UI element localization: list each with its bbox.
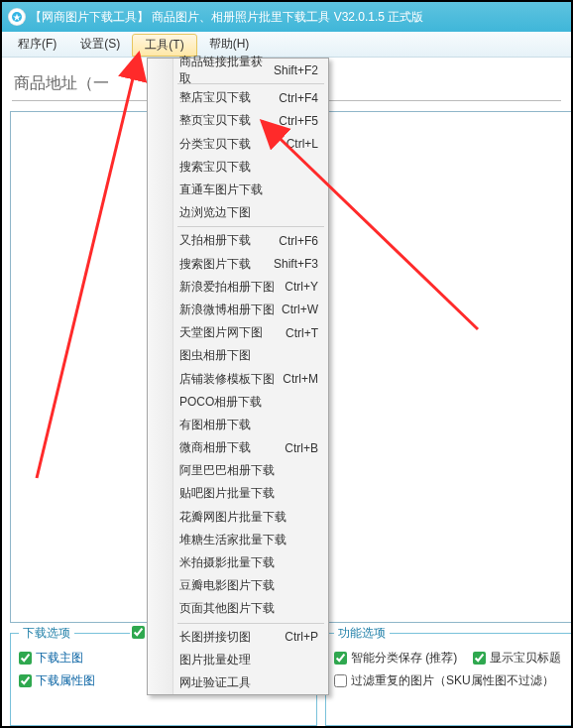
dropdown-item-shortcut: Shift+F3 xyxy=(274,257,318,271)
dropdown-item-label: 商品链接批量获取 xyxy=(179,54,274,87)
chk-filter-dup-box[interactable] xyxy=(334,674,347,687)
dropdown-item-label: 花瓣网图片批量下载 xyxy=(179,509,286,526)
chk-show-title-box[interactable] xyxy=(473,652,486,665)
dropdown-item-label: 阿里巴巴相册下载 xyxy=(179,462,275,479)
dropdown-item-label: 长图拼接切图 xyxy=(179,629,251,646)
func-legend: 功能选项 xyxy=(334,625,390,642)
dropdown-item[interactable]: 新浪微博相册下图Ctrl+W xyxy=(148,299,328,321)
dropdown-item[interactable]: 长图拼接切图Ctrl+P xyxy=(148,626,328,649)
dropdown-item[interactable]: 整店宝贝下载Ctrl+F4 xyxy=(148,86,328,109)
dropdown-item[interactable]: 搜索图片下载Shift+F3 xyxy=(148,253,328,276)
dropdown-item-shortcut: Shift+F2 xyxy=(274,63,318,77)
dropdown-item-label: 边浏览边下图 xyxy=(179,204,251,221)
dropdown-item[interactable]: 新浪爱拍相册下图Ctrl+Y xyxy=(148,276,328,299)
chk-download-attr[interactable]: 下载属性图 xyxy=(19,672,95,689)
chk-show-title[interactable]: 显示宝贝标题 xyxy=(473,650,561,667)
dropdown-item[interactable]: 米拍摄影批量下载 xyxy=(148,551,328,574)
titlebar-text: 【网商图片下载工具】 商品图片、相册照片批里下载工具 V32.0.1.5 正式版 xyxy=(30,2,423,32)
dropdown-item[interactable]: 边浏览边下图 xyxy=(148,201,328,224)
dropdown-item-label: 网址验证工具 xyxy=(179,674,251,691)
dropdown-item[interactable]: 又拍相册下载Ctrl+F6 xyxy=(148,229,328,252)
dropdown-item-shortcut: Ctrl+P xyxy=(285,630,318,644)
dropdown-item[interactable]: 花瓣网图片批量下载 xyxy=(148,506,328,529)
dropdown-item-label: 米拍摄影批量下载 xyxy=(179,554,275,571)
dropdown-item[interactable]: 图虫相册下图 xyxy=(148,344,328,367)
chk-download-main-box[interactable] xyxy=(19,652,32,665)
dropdown-item[interactable]: 微商相册下载Ctrl+B xyxy=(148,436,328,459)
dropdown-item-label: POCO相册下载 xyxy=(179,394,262,411)
dropdown-item-label: 新浪微博相册下图 xyxy=(179,302,275,318)
dropdown-item-shortcut: Ctrl+F4 xyxy=(279,91,318,105)
dropdown-item-label: 又拍相册下载 xyxy=(179,232,251,249)
dropdown-item[interactable]: 店铺装修模板下图Ctrl+M xyxy=(148,367,328,390)
tools-dropdown: 商品链接批量获取Shift+F2整店宝贝下载Ctrl+F4整页宝贝下载Ctrl+… xyxy=(147,58,329,695)
chk-download-attr-box[interactable] xyxy=(19,674,32,687)
dropdown-item[interactable]: POCO相册下载 xyxy=(148,391,328,414)
menubar: 程序(F) 设置(S) 工具(T) 帮助(H) xyxy=(2,32,571,58)
dropdown-item-label: 新浪爱拍相册下图 xyxy=(179,279,275,296)
chk-download-main[interactable]: 下载主图 xyxy=(19,650,83,667)
dropdown-item-label: 整页宝贝下载 xyxy=(179,112,251,129)
titlebar: 【网商图片下载工具】 商品图片、相册照片批里下载工具 V32.0.1.5 正式版 xyxy=(2,2,571,32)
chk-filter-dup[interactable]: 过滤重复的图片（SKU属性图不过滤） xyxy=(334,672,554,689)
function-options-panel: 功能选项 智能分类保存 (推荐) 显示宝贝标题 过滤重复的图片（SKU属性图不过… xyxy=(325,633,571,726)
dropdown-item[interactable]: 天堂图片网下图Ctrl+T xyxy=(148,321,328,344)
dropdown-item-shortcut: Ctrl+F5 xyxy=(279,114,318,128)
dropdown-item-label: 分类宝贝下载 xyxy=(179,136,251,153)
chk-partial-top-box[interactable] xyxy=(132,626,145,639)
dropdown-separator xyxy=(177,623,324,624)
menu-program[interactable]: 程序(F) xyxy=(6,32,68,57)
dropdown-item-label: 直通车图片下载 xyxy=(179,182,263,198)
dropdown-item-label: 豆瓣电影图片下载 xyxy=(179,577,275,594)
dropdown-item[interactable]: 堆糖生活家批量下载 xyxy=(148,529,328,551)
dropdown-item[interactable]: 贴吧图片批量下载 xyxy=(148,482,328,505)
dropdown-item-label: 店铺装修模板下图 xyxy=(179,371,275,388)
dropdown-item-label: 页面其他图片下载 xyxy=(179,600,275,617)
dropdown-item-shortcut: Ctrl+Y xyxy=(285,280,318,294)
download-legend: 下载选项 xyxy=(19,625,74,642)
app-logo-icon xyxy=(8,8,26,26)
dropdown-item-label: 堆糖生活家批量下载 xyxy=(179,532,286,548)
dropdown-item[interactable]: 分类宝贝下载Ctrl+L xyxy=(148,133,328,156)
dropdown-item-label: 搜索图片下载 xyxy=(179,256,251,273)
dropdown-item-shortcut: Ctrl+W xyxy=(282,303,318,316)
dropdown-item[interactable]: 网址验证工具 xyxy=(148,671,328,694)
dropdown-item-label: 微商相册下载 xyxy=(179,439,251,456)
dropdown-item-shortcut: Ctrl+M xyxy=(283,372,318,386)
dropdown-item-label: 图虫相册下图 xyxy=(179,347,251,364)
dropdown-item[interactable]: 整页宝贝下载Ctrl+F5 xyxy=(148,109,328,132)
dropdown-item[interactable]: 搜索宝贝下载 xyxy=(148,156,328,179)
dropdown-item-shortcut: Ctrl+T xyxy=(286,326,318,340)
dropdown-item-shortcut: Ctrl+B xyxy=(285,441,318,455)
dropdown-item-label: 搜索宝贝下载 xyxy=(179,159,251,176)
dropdown-item-shortcut: Ctrl+F6 xyxy=(279,234,318,248)
dropdown-item-shortcut: Ctrl+L xyxy=(286,137,318,151)
chk-smart-sort-box[interactable] xyxy=(334,652,347,665)
dropdown-item-label: 天堂图片网下图 xyxy=(179,324,263,341)
dropdown-separator xyxy=(177,226,324,227)
dropdown-item[interactable]: 有图相册下载 xyxy=(148,414,328,436)
dropdown-item[interactable]: 阿里巴巴相册下载 xyxy=(148,459,328,482)
dropdown-item[interactable]: 商品链接批量获取Shift+F2 xyxy=(148,59,328,81)
dropdown-item-label: 贴吧图片批量下载 xyxy=(179,485,275,502)
dropdown-item-label: 图片批量处理 xyxy=(179,652,251,668)
dropdown-item[interactable]: 直通车图片下载 xyxy=(148,179,328,201)
dropdown-item-label: 整店宝贝下载 xyxy=(179,89,251,106)
dropdown-item[interactable]: 豆瓣电影图片下载 xyxy=(148,574,328,597)
chk-smart-sort[interactable]: 智能分类保存 (推荐) xyxy=(334,650,457,667)
menu-settings[interactable]: 设置(S) xyxy=(68,32,132,57)
dropdown-item[interactable]: 图片批量处理 xyxy=(148,649,328,671)
dropdown-item[interactable]: 页面其他图片下载 xyxy=(148,597,328,620)
dropdown-item-label: 有图相册下载 xyxy=(179,417,251,433)
